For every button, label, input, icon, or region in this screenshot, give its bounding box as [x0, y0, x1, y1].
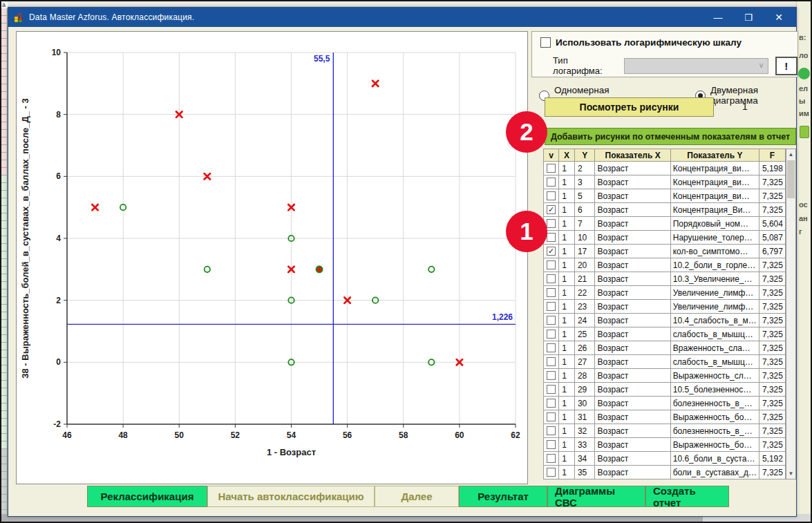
cell-f[interactable]: 7,325 — [759, 203, 785, 217]
cell-x[interactable]: 1 — [559, 466, 575, 479]
cell-py[interactable]: Порядковый_ном… — [670, 217, 759, 231]
cell-px[interactable]: Возраст — [595, 286, 670, 300]
cell-y[interactable]: 27 — [574, 355, 595, 369]
row-checkbox[interactable] — [547, 178, 556, 187]
cell-py[interactable]: Концентрация_ви… — [670, 175, 759, 189]
cell-py[interactable]: боли_в_суставах_д… — [670, 466, 759, 479]
table-scrollbar[interactable]: ▲ ▼ — [786, 149, 796, 479]
cell-x[interactable]: 1 — [559, 397, 575, 410]
cell-y[interactable]: 28 — [574, 369, 595, 383]
cell-py[interactable]: 10.4_слабость_в_м… — [670, 314, 759, 327]
scrollbar-thumb[interactable] — [787, 160, 795, 198]
cell-y[interactable]: 26 — [574, 341, 595, 355]
cell-f[interactable]: 7,325 — [759, 175, 785, 189]
cell-y[interactable]: 5 — [574, 189, 595, 203]
add-pictures-to-report-button[interactable]: Добавить рисунки по отмеченным показател… — [545, 128, 796, 145]
action-button[interactable]: Результат — [459, 486, 547, 507]
log-type-combobox[interactable]: ∨ — [624, 58, 768, 74]
cell-px[interactable]: Возраст — [595, 245, 670, 258]
cell-x[interactable]: 1 — [559, 314, 575, 327]
cell-px[interactable]: Возраст — [595, 217, 670, 231]
cell-f[interactable]: 7,325 — [759, 410, 785, 424]
maximize-button[interactable]: ❒ — [737, 8, 760, 27]
row-checkbox-checked[interactable]: ✓ — [547, 247, 556, 256]
cell-px[interactable]: Возраст — [595, 383, 670, 397]
cell-x[interactable]: 1 — [559, 355, 575, 369]
cell-x[interactable]: 1 — [559, 438, 575, 452]
cell-px[interactable]: Возраст — [595, 452, 670, 466]
row-checkbox[interactable] — [547, 191, 556, 200]
action-button[interactable]: Реклассификация — [87, 486, 207, 507]
view-pictures-button[interactable]: Посмотреть рисунки — [545, 97, 714, 117]
row-checkbox[interactable] — [547, 468, 556, 477]
cell-px[interactable]: Возраст — [595, 300, 670, 314]
cell-f[interactable]: 7,325 — [759, 272, 785, 286]
cell-py[interactable]: Выраженность_бо… — [670, 410, 759, 424]
row-checkbox[interactable] — [547, 440, 556, 449]
cell-py[interactable]: слабость_в_мышц… — [670, 327, 759, 341]
cell-py[interactable]: болезненность_в_… — [670, 424, 759, 438]
table-header-Y[interactable]: Y — [574, 149, 595, 162]
action-button[interactable]: Создать отчет — [645, 486, 729, 507]
row-checkbox[interactable] — [547, 330, 556, 339]
cell-py[interactable]: 10.5_болезненнос… — [670, 383, 759, 397]
row-checkbox[interactable] — [547, 412, 556, 421]
cell-f[interactable]: 5,604 — [759, 217, 785, 231]
row-checkbox[interactable] — [547, 260, 556, 269]
row-checkbox[interactable] — [547, 357, 556, 366]
cell-py[interactable]: Нарушение_толер… — [670, 231, 759, 245]
cell-py[interactable]: Выраженность_бо… — [670, 438, 759, 452]
row-checkbox[interactable] — [547, 219, 556, 228]
row-checkbox[interactable] — [547, 302, 556, 311]
cell-px[interactable]: Возраст — [595, 369, 670, 383]
cell-px[interactable]: Возраст — [595, 162, 670, 175]
row-checkbox[interactable] — [547, 454, 556, 463]
cell-y[interactable]: 10 — [574, 231, 595, 245]
cell-px[interactable]: Возраст — [595, 438, 670, 452]
cell-px[interactable]: Возраст — [595, 314, 670, 327]
row-checkbox[interactable] — [547, 426, 556, 435]
cell-py[interactable]: кол-во_симптомо… — [670, 245, 759, 258]
cell-y[interactable]: 31 — [574, 410, 595, 424]
cell-f[interactable]: 7,325 — [759, 300, 785, 314]
cell-y[interactable]: 23 — [574, 300, 595, 314]
cell-y[interactable]: 3 — [574, 175, 595, 189]
cell-px[interactable]: Возраст — [595, 410, 670, 424]
cell-y[interactable]: 34 — [574, 452, 595, 466]
cell-f[interactable]: 7,325 — [759, 369, 785, 383]
row-checkbox[interactable] — [547, 164, 556, 173]
cell-y[interactable]: 29 — [574, 383, 595, 397]
cell-x[interactable]: 1 — [559, 189, 575, 203]
cell-x[interactable]: 1 — [559, 383, 575, 397]
cell-y[interactable]: 30 — [574, 397, 595, 410]
scroll-up-icon[interactable]: ▲ — [786, 149, 795, 160]
cell-px[interactable]: Возраст — [595, 272, 670, 286]
cell-f[interactable]: 7,325 — [759, 424, 785, 438]
cell-f[interactable]: 7,325 — [759, 314, 785, 327]
cell-f[interactable]: 5,192 — [759, 452, 785, 466]
cell-x[interactable]: 1 — [559, 369, 575, 383]
action-button[interactable]: Диаграммы СВС — [547, 486, 645, 507]
row-checkbox-checked[interactable]: ✓ — [547, 205, 556, 214]
cell-py[interactable]: Увеличение_лимф… — [670, 300, 759, 314]
cell-f[interactable]: 5,087 — [759, 231, 785, 245]
cell-f[interactable]: 7,325 — [759, 341, 785, 355]
table-header-X[interactable]: X — [559, 149, 575, 162]
row-checkbox[interactable] — [547, 385, 556, 394]
cell-y[interactable]: 25 — [574, 327, 595, 341]
cell-y[interactable]: 20 — [574, 258, 595, 272]
cell-py[interactable]: Концентрация_ви… — [670, 162, 759, 175]
cell-px[interactable]: Возраст — [595, 231, 670, 245]
cell-py[interactable]: Увеличение_лимф… — [670, 286, 759, 300]
cell-y[interactable]: 35 — [574, 466, 595, 479]
cell-px[interactable]: Возраст — [595, 397, 670, 410]
cell-py[interactable]: 10.2_боли_в_горле… — [670, 258, 759, 272]
cell-f[interactable]: 7,325 — [759, 466, 785, 479]
cell-py[interactable]: Враженность_сла… — [670, 341, 759, 355]
cell-py[interactable]: Концентрация_ви… — [670, 189, 759, 203]
cell-x[interactable]: 1 — [559, 175, 575, 189]
cell-y[interactable]: 22 — [574, 286, 595, 300]
warning-button[interactable]: ! — [775, 57, 797, 75]
row-checkbox[interactable] — [547, 288, 556, 297]
cell-f[interactable]: 7,325 — [759, 286, 785, 300]
